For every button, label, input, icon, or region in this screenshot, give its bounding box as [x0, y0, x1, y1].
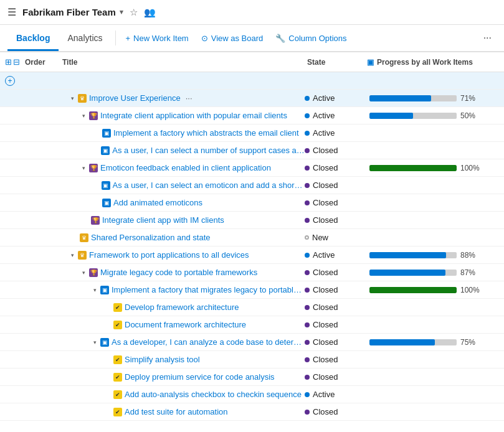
nav-more-button[interactable]: ··· — [478, 30, 497, 46]
tab-analytics[interactable]: Analytics — [59, 27, 111, 51]
row-title: ✔Simplify analysis tool — [60, 355, 305, 364]
row-title-link[interactable]: As a user, I can select an emoticon and … — [113, 181, 305, 190]
row-state: Closed — [305, 146, 367, 155]
row-title-link[interactable]: Emoticon feedback enabled in client appl… — [100, 163, 271, 172]
table-row: ▾♛Improve User Experience···Active71% — [0, 90, 504, 107]
column-options-button[interactable]: 🔧 Column Options — [269, 30, 353, 47]
state-label: Closed — [313, 372, 338, 382]
progress-bar-fill — [369, 287, 457, 293]
row-title-link[interactable]: As a developer, I can analyze a code bas… — [112, 337, 305, 347]
row-title-link[interactable]: Migrate legacy code to portable framewor… — [100, 268, 257, 277]
progress-bar-fill — [369, 165, 457, 171]
story-icon: ▣ — [100, 338, 109, 347]
row-title-link[interactable]: Shared Personalization and state — [91, 233, 211, 242]
row-title: ▾♛Framework to port applications to all … — [60, 250, 305, 260]
table-row: ♛Shared Personalization and stateNew — [0, 229, 504, 247]
state-label: Closed — [313, 355, 338, 364]
state-dot — [305, 183, 310, 188]
progress-bar-wrap — [369, 252, 457, 258]
progress-header-icon: ▣ — [367, 58, 374, 67]
row-title-link[interactable]: Add animated emoticons — [113, 198, 202, 207]
progress-pct-label: 75% — [460, 338, 479, 347]
col-order-header: Order — [22, 58, 60, 67]
feature-icon: 🏆 — [91, 216, 100, 225]
team-chevron-icon[interactable]: ▾ — [120, 8, 123, 16]
row-title: 🏆Integrate client app with IM clients — [60, 215, 305, 225]
tab-backlog[interactable]: Backlog — [7, 27, 59, 51]
chevron-icon[interactable]: ▾ — [71, 252, 74, 258]
row-title: ♛Shared Personalization and state — [60, 233, 305, 242]
top-bar: ☰ Fabrikam Fiber Team ▾ ☆ 👥 — [0, 0, 504, 25]
state-label: Closed — [313, 303, 338, 312]
row-title: ▾🏆Migrate legacy code to portable framew… — [60, 268, 305, 277]
state-dot — [305, 131, 310, 136]
table-row: ▾▣As a developer, I can analyze a code b… — [0, 334, 504, 351]
row-title: ▣Add animated emoticons — [60, 198, 305, 207]
progress-bar-wrap — [369, 165, 457, 171]
state-dot — [305, 200, 310, 205]
table-row: ✔Add test suite for automationClosed — [0, 403, 504, 421]
state-dot — [305, 305, 310, 310]
state-dot — [305, 410, 310, 415]
progress-bar-wrap — [369, 95, 457, 101]
row-title-link[interactable]: As a user, I can select a number of supp… — [112, 146, 305, 155]
row-progress: 87% — [367, 268, 504, 277]
chevron-icon[interactable]: ▾ — [93, 339, 97, 345]
row-more-button[interactable]: ··· — [186, 93, 193, 103]
state-label: New — [312, 233, 328, 242]
row-title-link[interactable]: Add auto-analysis checkbox to checkin se… — [125, 390, 302, 399]
plus-icon: + — [126, 34, 131, 43]
row-title-link[interactable]: Develop framework architecture — [125, 303, 239, 312]
chevron-icon[interactable]: ▾ — [82, 165, 85, 171]
person-icon[interactable]: 👥 — [144, 7, 156, 18]
row-state: Closed — [305, 372, 367, 382]
row-title-link[interactable]: Document framework architecture — [125, 320, 246, 329]
state-label: Closed — [313, 320, 338, 329]
task-icon: ✔ — [113, 321, 122, 329]
chevron-icon[interactable]: ▾ — [82, 113, 85, 119]
add-col-icon[interactable]: ⊞ — [5, 57, 12, 67]
row-title-link[interactable]: Deploy premium service for code analysis — [125, 372, 275, 382]
row-state: Active — [305, 128, 367, 138]
task-icon: ✔ — [113, 390, 122, 399]
nav-divider — [115, 31, 116, 45]
remove-col-icon[interactable]: ⊟ — [13, 57, 20, 67]
progress-bar-fill — [369, 270, 445, 276]
progress-bar-fill — [369, 339, 435, 345]
state-dot — [305, 375, 310, 380]
add-row-button[interactable]: + — [5, 76, 15, 86]
chevron-icon[interactable]: ▾ — [93, 287, 97, 293]
row-state: Active — [305, 111, 367, 120]
row-title-link[interactable]: Framework to port applications to all de… — [89, 250, 249, 260]
table-row: ▾🏆Migrate legacy code to portable framew… — [0, 264, 504, 281]
row-title-link[interactable]: Implement a factory which abstracts the … — [113, 128, 299, 138]
state-label: Active — [313, 93, 335, 103]
task-icon: ✔ — [113, 373, 122, 382]
row-title-link[interactable]: Simplify analysis tool — [125, 355, 200, 364]
row-title: ▾♛Improve User Experience··· — [60, 93, 305, 103]
row-progress: 75% — [367, 338, 504, 347]
progress-pct-label: 71% — [460, 94, 479, 103]
row-title-link[interactable]: Integrate client application with popula… — [100, 111, 287, 120]
story-icon: ▣ — [101, 146, 110, 155]
progress-bar-fill — [369, 95, 431, 101]
menu-icon[interactable]: ☰ — [7, 6, 16, 18]
chevron-icon[interactable]: ▾ — [82, 270, 85, 276]
star-icon[interactable]: ☆ — [130, 7, 138, 18]
table-row: ✔Develop framework architectureClosed — [0, 299, 504, 316]
chevron-icon[interactable]: ▾ — [71, 95, 74, 101]
row-state: Active — [305, 250, 367, 260]
row-title-link[interactable]: Add test suite for automation — [125, 407, 227, 416]
story-icon: ▣ — [102, 129, 111, 138]
new-work-item-button[interactable]: + New Work Item — [120, 30, 195, 47]
row-title-link[interactable]: Integrate client app with IM clients — [102, 215, 224, 225]
row-title: ▾▣Implement a factory that migrates lega… — [60, 285, 305, 294]
state-dot — [305, 235, 309, 240]
row-state: Closed — [305, 215, 367, 225]
row-title: ▾▣As a developer, I can analyze a code b… — [60, 337, 305, 347]
state-label: Closed — [313, 181, 338, 190]
progress-bar-wrap — [369, 339, 457, 345]
row-title-link[interactable]: Implement a factory that migrates legacy… — [112, 285, 305, 294]
view-as-board-button[interactable]: ⊙ View as Board — [195, 30, 270, 47]
row-title-link[interactable]: Improve User Experience — [89, 93, 181, 103]
